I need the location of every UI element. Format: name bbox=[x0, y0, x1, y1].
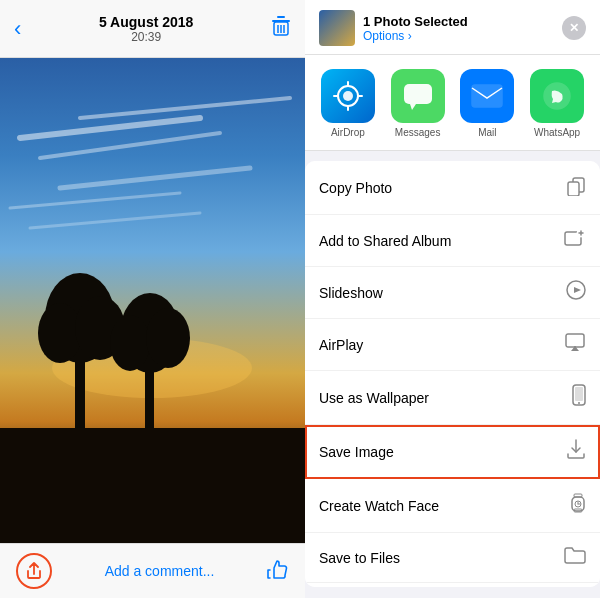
slideshow-label: Slideshow bbox=[319, 285, 383, 301]
close-sheet-button[interactable]: ✕ bbox=[562, 16, 586, 40]
save-image-item[interactable]: Save Image bbox=[305, 425, 600, 479]
copy-photo-label: Copy Photo bbox=[319, 180, 392, 196]
photo-header: ‹ 5 August 2018 20:39 bbox=[0, 0, 305, 58]
svg-line-11 bbox=[30, 213, 200, 228]
create-watch-face-item[interactable]: Create Watch Face bbox=[305, 479, 600, 533]
photo-date: 5 August 2018 bbox=[21, 14, 271, 30]
svg-rect-27 bbox=[472, 85, 502, 107]
photo-viewer-panel: ‹ 5 August 2018 20:39 bbox=[0, 0, 305, 598]
sheet-header-left: 1 Photo Selected Options › bbox=[319, 10, 468, 46]
add-to-shared-album-label: Add to Shared Album bbox=[319, 233, 451, 249]
airdrop-icon bbox=[321, 69, 375, 123]
use-as-wallpaper-label: Use as Wallpaper bbox=[319, 390, 429, 406]
svg-point-42 bbox=[578, 402, 580, 404]
add-comment-field[interactable]: Add a comment... bbox=[105, 563, 215, 579]
create-watch-face-icon bbox=[570, 492, 586, 519]
svg-line-7 bbox=[40, 133, 220, 158]
like-button[interactable] bbox=[267, 559, 289, 584]
svg-line-6 bbox=[20, 118, 200, 138]
save-image-label: Save Image bbox=[319, 444, 394, 460]
sheet-header: 1 Photo Selected Options › ✕ bbox=[305, 0, 600, 55]
share-menu-list: Copy Photo Add to Shared Album bbox=[305, 151, 600, 598]
airplay-icon bbox=[564, 332, 586, 357]
share-app-icons: AirDrop Messages Mail bbox=[305, 55, 600, 151]
header-date-block: 5 August 2018 20:39 bbox=[21, 14, 271, 44]
svg-rect-25 bbox=[404, 84, 432, 104]
add-to-shared-album-icon bbox=[564, 228, 586, 253]
save-image-icon bbox=[566, 438, 586, 465]
svg-marker-36 bbox=[574, 287, 581, 293]
whatsapp-share-button[interactable]: WhatsApp bbox=[522, 69, 592, 138]
airdrop-label: AirDrop bbox=[331, 127, 365, 138]
airdrop-share-button[interactable]: AirDrop bbox=[313, 69, 383, 138]
use-as-wallpaper-icon bbox=[572, 384, 586, 411]
use-as-wallpaper-item[interactable]: Use as Wallpaper bbox=[305, 371, 600, 425]
options-link[interactable]: Options › bbox=[363, 29, 468, 43]
save-to-files-item[interactable]: Save to Files bbox=[305, 533, 600, 583]
svg-line-9 bbox=[10, 193, 180, 208]
svg-rect-41 bbox=[575, 387, 583, 401]
copy-photo-icon bbox=[566, 174, 586, 201]
messages-label: Messages bbox=[395, 127, 441, 138]
sheet-title: 1 Photo Selected bbox=[363, 14, 468, 29]
photo-time: 20:39 bbox=[21, 30, 271, 44]
messages-share-button[interactable]: Messages bbox=[383, 69, 453, 138]
svg-rect-1 bbox=[277, 16, 285, 18]
photo-display bbox=[0, 58, 305, 543]
mail-share-button[interactable]: Mail bbox=[453, 69, 523, 138]
svg-rect-37 bbox=[566, 334, 584, 347]
sheet-title-block: 1 Photo Selected Options › bbox=[363, 14, 468, 43]
svg-rect-30 bbox=[568, 182, 579, 196]
airplay-label: AirPlay bbox=[319, 337, 363, 353]
mail-icon bbox=[460, 69, 514, 123]
slideshow-icon bbox=[566, 280, 586, 305]
mail-label: Mail bbox=[478, 127, 496, 138]
copy-photo-item[interactable]: Copy Photo bbox=[305, 161, 600, 215]
save-to-files-icon bbox=[564, 546, 586, 569]
messages-icon bbox=[391, 69, 445, 123]
assign-to-contact-item[interactable]: Assign to Contact bbox=[305, 583, 600, 587]
slideshow-item[interactable]: Slideshow bbox=[305, 267, 600, 319]
svg-point-24 bbox=[343, 91, 353, 101]
save-to-files-label: Save to Files bbox=[319, 550, 400, 566]
whatsapp-icon bbox=[530, 69, 584, 123]
svg-point-21 bbox=[146, 308, 190, 368]
whatsapp-label: WhatsApp bbox=[534, 127, 580, 138]
back-button[interactable]: ‹ bbox=[14, 16, 21, 42]
menu-group-1: Copy Photo Add to Shared Album bbox=[305, 161, 600, 587]
create-watch-face-label: Create Watch Face bbox=[319, 498, 439, 514]
svg-point-20 bbox=[110, 315, 150, 371]
photo-thumbnail bbox=[319, 10, 355, 46]
svg-rect-22 bbox=[0, 428, 305, 543]
airplay-item[interactable]: AirPlay bbox=[305, 319, 600, 371]
delete-button[interactable] bbox=[271, 15, 291, 42]
photo-footer: Add a comment... bbox=[0, 543, 305, 598]
svg-rect-44 bbox=[574, 494, 582, 497]
svg-line-10 bbox=[80, 98, 290, 118]
add-to-shared-album-item[interactable]: Add to Shared Album bbox=[305, 215, 600, 267]
share-button[interactable] bbox=[16, 553, 52, 589]
share-sheet: 1 Photo Selected Options › ✕ AirDrop bbox=[305, 0, 600, 598]
svg-line-8 bbox=[60, 168, 250, 188]
svg-marker-26 bbox=[410, 104, 416, 110]
